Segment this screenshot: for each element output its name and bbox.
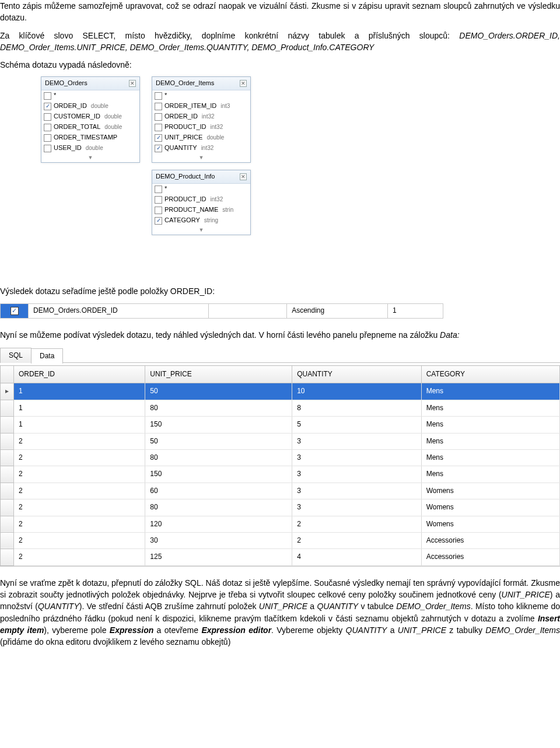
db-table-product-info[interactable]: DEMO_Product_Info ✕ *PRODUCT_IDint32PROD…: [152, 170, 251, 235]
db-column-row[interactable]: ✓QUANTITYint32: [152, 143, 250, 153]
grid-cell[interactable]: Accessories: [421, 549, 559, 565]
grid-cell[interactable]: 3: [292, 499, 421, 516]
grid-cell[interactable]: 1: [14, 383, 145, 400]
sort-field-cell[interactable]: DEMO_Orders.ORDER_ID: [29, 304, 209, 318]
grid-cell[interactable]: Mens: [421, 417, 559, 433]
grid-cell[interactable]: 8: [292, 400, 421, 416]
checkbox-icon[interactable]: [44, 134, 51, 142]
grid-cell[interactable]: 80: [145, 450, 292, 466]
sort-direction-cell[interactable]: Ascending: [287, 304, 388, 318]
grid-cell[interactable]: 80: [145, 400, 292, 416]
checkbox-icon[interactable]: ✓: [155, 134, 162, 142]
table-row[interactable]: 21503Mens: [1, 466, 560, 483]
checkbox-icon[interactable]: [155, 113, 162, 121]
db-column-row[interactable]: ✓ORDER_IDdouble: [41, 101, 139, 111]
grid-cell[interactable]: 50: [145, 433, 292, 449]
grid-cell[interactable]: 150: [145, 466, 292, 483]
grid-cell[interactable]: 125: [145, 549, 292, 565]
grid-cell[interactable]: 2: [14, 450, 145, 466]
grid-cell[interactable]: Womens: [421, 483, 559, 499]
db-column-row[interactable]: ✓CATEGORYstring: [152, 215, 250, 226]
grid-cell[interactable]: 10: [292, 383, 421, 400]
table-row[interactable]: 2803Mens: [1, 450, 560, 466]
grid-cell[interactable]: 2: [14, 516, 145, 532]
sort-row[interactable]: ✓ DEMO_Orders.ORDER_ID Ascending 1: [0, 303, 443, 319]
grid-header[interactable]: ORDER_ID: [14, 366, 145, 383]
grid-cell[interactable]: Mens: [421, 383, 559, 400]
db-table-title[interactable]: DEMO_Product_Info ✕: [152, 170, 250, 184]
table-row[interactable]: 2503Mens: [1, 433, 560, 449]
grid-cell[interactable]: 3: [292, 450, 421, 466]
grid-cell[interactable]: 3: [292, 433, 421, 449]
checkbox-icon[interactable]: [155, 207, 162, 214]
grid-cell[interactable]: 2: [14, 549, 145, 565]
grid-cell[interactable]: 1: [14, 400, 145, 416]
row-indicator[interactable]: [1, 450, 14, 466]
checkbox-icon[interactable]: [155, 92, 162, 100]
tab-data[interactable]: Data: [31, 348, 63, 363]
grid-cell[interactable]: 5: [292, 417, 421, 433]
checkbox-icon[interactable]: [155, 103, 162, 110]
grid-cell[interactable]: 2: [14, 433, 145, 449]
chevron-down-icon[interactable]: ▼: [41, 153, 139, 162]
grid-cell[interactable]: 50: [145, 383, 292, 400]
table-row[interactable]: 1808Mens: [1, 400, 560, 416]
grid-cell[interactable]: 2: [292, 516, 421, 532]
table-row[interactable]: ▸15010Mens: [1, 383, 560, 400]
table-row[interactable]: 11505Mens: [1, 417, 560, 433]
row-indicator[interactable]: [1, 400, 14, 416]
checkbox-icon[interactable]: [155, 124, 162, 131]
row-indicator[interactable]: ▸: [1, 383, 14, 400]
db-column-row[interactable]: ORDER_TIMESTAMP: [41, 132, 139, 143]
db-column-row[interactable]: CUSTOMER_IDdouble: [41, 111, 139, 122]
grid-header[interactable]: QUANTITY: [292, 366, 421, 383]
grid-cell[interactable]: 3: [292, 466, 421, 483]
grid-cell[interactable]: 2: [14, 483, 145, 499]
grid-cell[interactable]: Womens: [421, 516, 559, 532]
db-column-row[interactable]: USER_IDdouble: [41, 143, 139, 153]
row-indicator[interactable]: [1, 417, 14, 433]
grid-header[interactable]: UNIT_PRICE: [145, 366, 292, 383]
grid-cell[interactable]: 2: [292, 532, 421, 548]
grid-cell[interactable]: 2: [14, 499, 145, 516]
grid-cell[interactable]: Accessories: [421, 532, 559, 548]
table-row[interactable]: 2302Accessories: [1, 532, 560, 548]
row-indicator[interactable]: [1, 466, 14, 483]
checkbox-icon[interactable]: ✓: [155, 217, 162, 225]
grid-cell[interactable]: Mens: [421, 400, 559, 416]
db-column-row[interactable]: ORDER_ITEM_IDint3: [152, 101, 250, 111]
data-grid[interactable]: ORDER_ID UNIT_PRICE QUANTITY CATEGORY ▸1…: [1, 365, 560, 566]
sort-check-cell[interactable]: ✓: [1, 304, 29, 318]
grid-cell[interactable]: 4: [292, 549, 421, 565]
db-column-row[interactable]: *: [152, 184, 250, 194]
row-indicator[interactable]: [1, 483, 14, 499]
chevron-down-icon[interactable]: ▼: [152, 153, 250, 162]
db-column-row[interactable]: *: [152, 90, 250, 101]
row-indicator[interactable]: [1, 549, 14, 565]
grid-cell[interactable]: 80: [145, 499, 292, 516]
grid-cell[interactable]: 3: [292, 483, 421, 499]
checkbox-icon[interactable]: [44, 92, 51, 100]
row-indicator[interactable]: [1, 532, 14, 548]
grid-cell[interactable]: 1: [14, 417, 145, 433]
grid-cell[interactable]: Mens: [421, 433, 559, 449]
db-table-title[interactable]: DEMO_Order_Items ✕: [152, 77, 250, 90]
grid-cell[interactable]: 2: [14, 532, 145, 548]
db-column-row[interactable]: ORDER_TOTALdouble: [41, 122, 139, 132]
db-column-row[interactable]: PRODUCT_IDint32: [152, 122, 250, 132]
db-table-order-items[interactable]: DEMO_Order_Items ✕ *ORDER_ITEM_IDint3ORD…: [152, 76, 251, 163]
db-column-row[interactable]: ✓UNIT_PRICEdouble: [152, 132, 250, 143]
grid-header[interactable]: CATEGORY: [421, 366, 559, 383]
row-indicator[interactable]: [1, 433, 14, 449]
row-indicator[interactable]: [1, 499, 14, 516]
checkbox-icon[interactable]: [155, 186, 162, 193]
checkbox-icon[interactable]: [155, 196, 162, 204]
grid-cell[interactable]: 30: [145, 532, 292, 548]
grid-cell[interactable]: 150: [145, 417, 292, 433]
table-row[interactable]: 21254Accessories: [1, 549, 560, 565]
db-column-row[interactable]: ORDER_IDint32: [152, 111, 250, 122]
grid-cell[interactable]: Mens: [421, 466, 559, 483]
close-icon[interactable]: ✕: [129, 80, 136, 87]
grid-cell[interactable]: Womens: [421, 499, 559, 516]
db-column-row[interactable]: PRODUCT_NAMEstrin: [152, 205, 250, 215]
